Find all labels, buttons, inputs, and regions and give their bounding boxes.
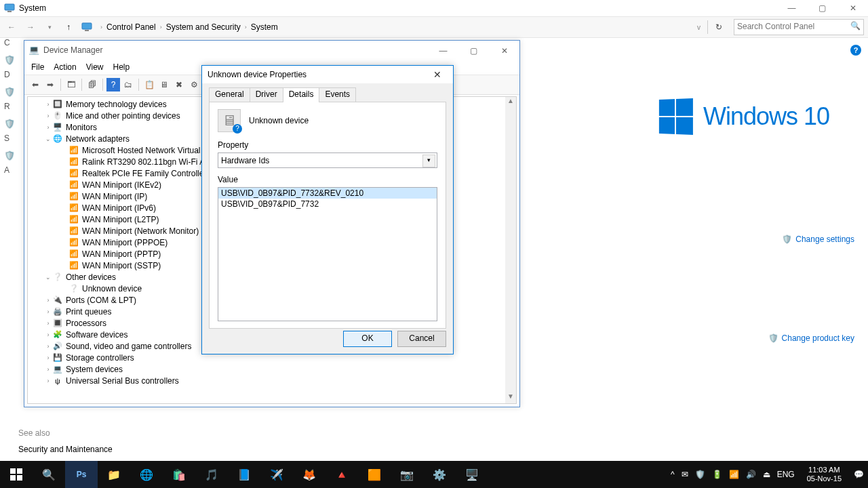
tray-icon[interactable]: 🛡️: [695, 470, 705, 479]
tray-clock[interactable]: 11:03 AM 05-Nov-15: [802, 466, 847, 483]
tree-label: Unknown device: [79, 284, 142, 293]
tool-icon[interactable]: 📋: [142, 78, 156, 92]
taskbar-app-explorer[interactable]: 📁: [98, 461, 130, 488]
refresh-button[interactable]: ↻: [712, 22, 726, 32]
taskbar-app[interactable]: 🟧: [358, 461, 391, 488]
tray-icon[interactable]: ⏏: [763, 470, 770, 479]
tree-label: Storage controllers: [63, 353, 134, 363]
chevron-right-icon[interactable]: ›: [44, 366, 52, 373]
tray-icon[interactable]: 📶: [729, 470, 739, 479]
menu-action[interactable]: Action: [54, 62, 76, 72]
tree-label: Network adapters: [63, 134, 130, 144]
breadcrumb-part[interactable]: System and Security: [166, 22, 241, 32]
breadcrumb-part[interactable]: Control Panel: [106, 22, 156, 32]
chevron-right-icon[interactable]: ›: [44, 320, 52, 327]
tool-icon[interactable]: 🗔: [64, 78, 78, 92]
ok-button[interactable]: OK: [343, 331, 392, 347]
close-button[interactable]: ✕: [489, 42, 519, 60]
chevron-right-icon[interactable]: ›: [44, 354, 52, 361]
chevron-right-icon[interactable]: ›: [44, 343, 52, 350]
taskbar-app[interactable]: 🎵: [195, 461, 228, 488]
tray-icon[interactable]: 🔋: [712, 470, 722, 479]
value-row[interactable]: USB\VID_0B97&PID_7732: [218, 199, 437, 209]
tray-icon[interactable]: ✉: [682, 470, 688, 479]
search-input[interactable]: [734, 20, 852, 33]
see-also-link[interactable]: Security and Maintenance: [18, 445, 113, 454]
start-button[interactable]: [0, 461, 33, 488]
help-icon[interactable]: ?: [106, 78, 120, 92]
menu-view[interactable]: View: [86, 62, 104, 72]
value-row[interactable]: USB\VID_0B97&PID_7732&REV_0210: [218, 188, 437, 199]
chevron-right-icon[interactable]: ›: [44, 113, 52, 119]
scroll-up-icon[interactable]: ▲: [505, 97, 516, 108]
change-settings-link[interactable]: 🛡️ Change settings: [782, 235, 854, 244]
taskbar-app[interactable]: 📘: [228, 461, 260, 488]
tray-notifications-icon[interactable]: 💬: [854, 470, 864, 479]
tree-label: WAN Miniport (IPv6): [79, 203, 156, 213]
minimize-button[interactable]: —: [428, 42, 458, 60]
taskbar-app[interactable]: ✈️: [260, 461, 293, 488]
close-icon[interactable]: ✕: [427, 69, 448, 80]
menu-help[interactable]: Help: [113, 62, 130, 72]
tab-details[interactable]: Details: [283, 87, 320, 102]
back-icon[interactable]: ⬅: [28, 78, 42, 92]
tree-label: Print queues: [63, 307, 111, 317]
maximize-button[interactable]: ▢: [458, 42, 489, 60]
taskbar-app-store[interactable]: 🛍️: [163, 461, 195, 488]
tool-icon[interactable]: ✖: [172, 78, 186, 92]
tray-chevron-up-icon[interactable]: ^: [671, 470, 675, 479]
chevron-right-icon[interactable]: ›: [44, 308, 52, 315]
chevron-down-icon[interactable]: ▾: [422, 155, 435, 167]
maximize-button[interactable]: ▢: [807, 0, 837, 16]
help-icon[interactable]: ?: [850, 45, 861, 56]
tool-icon[interactable]: 🗐: [85, 78, 99, 92]
search-box[interactable]: 🔍: [734, 19, 864, 35]
breadcrumb[interactable]: › Control Panel › System and Security › …: [98, 22, 693, 32]
recent-button[interactable]: ▾: [42, 20, 57, 35]
tab-general[interactable]: General: [209, 87, 250, 102]
chevron-right-icon[interactable]: ›: [44, 101, 52, 108]
taskbar-app[interactable]: ⚙️: [423, 461, 456, 488]
chevron-down-icon[interactable]: ⌄: [44, 136, 52, 142]
tool-icon[interactable]: ⚙: [187, 78, 201, 92]
forward-button[interactable]: →: [23, 20, 38, 35]
chevron-right-icon[interactable]: ›: [44, 378, 52, 384]
dropdown-icon[interactable]: v: [697, 24, 701, 31]
tree-node[interactable]: ›💻System devices: [28, 363, 516, 375]
scrollbar[interactable]: ▲ ▼: [505, 97, 516, 403]
property-dropdown[interactable]: Hardware Ids ▾: [218, 152, 437, 168]
tray-lang[interactable]: ENG: [777, 470, 795, 479]
chevron-right-icon[interactable]: ›: [44, 331, 52, 338]
scroll-down-icon[interactable]: ▼: [505, 392, 516, 403]
tool-icon[interactable]: 🗂: [121, 78, 135, 92]
forward-icon[interactable]: ➡: [43, 78, 57, 92]
chevron-down-icon[interactable]: ⌄: [44, 274, 52, 281]
minimize-button[interactable]: —: [776, 0, 807, 16]
taskbar-app[interactable]: 🔺: [326, 461, 358, 488]
chevron-right-icon[interactable]: ›: [44, 297, 52, 304]
close-button[interactable]: ✕: [837, 0, 868, 16]
tab-events[interactable]: Events: [319, 87, 356, 102]
cancel-button[interactable]: Cancel: [397, 331, 446, 347]
breadcrumb-part[interactable]: System: [251, 22, 278, 32]
system-tray[interactable]: ^ ✉ 🛡️ 🔋 📶 🔊 ⏏ ENG 11:03 AM 05-Nov-15 💬: [671, 461, 868, 488]
change-product-key-link[interactable]: 🛡️ Change product key: [768, 333, 854, 343]
taskbar-app[interactable]: Ps: [65, 461, 98, 488]
menu-file[interactable]: File: [31, 62, 44, 72]
tree-label: Universal Serial Bus controllers: [63, 376, 179, 386]
tree-node[interactable]: ›ψUniversal Serial Bus controllers: [28, 375, 516, 386]
taskbar-app[interactable]: 🖥️: [456, 461, 488, 488]
value-listbox[interactable]: USB\VID_0B97&PID_7732&REV_0210 USB\VID_0…: [218, 187, 437, 321]
device-icon: 🖥?: [218, 109, 241, 132]
taskbar-app[interactable]: 📷: [391, 461, 423, 488]
taskbar-app-edge[interactable]: 🌐: [130, 461, 163, 488]
tray-volume-icon[interactable]: 🔊: [746, 470, 756, 479]
back-button[interactable]: ←: [4, 20, 19, 35]
search-icon[interactable]: 🔍: [850, 21, 861, 30]
tab-driver[interactable]: Driver: [250, 87, 283, 102]
taskbar-app[interactable]: 🦊: [293, 461, 326, 488]
chevron-right-icon[interactable]: ›: [44, 124, 52, 131]
up-button[interactable]: ↑: [61, 20, 76, 35]
search-icon[interactable]: 🔍: [33, 461, 65, 488]
tool-icon[interactable]: 🖥: [157, 78, 171, 92]
